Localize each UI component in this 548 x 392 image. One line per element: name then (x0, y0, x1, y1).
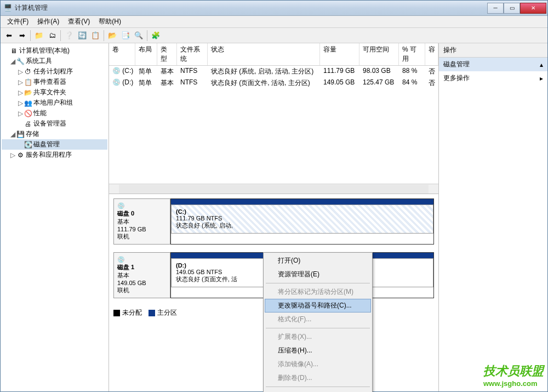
volume-row[interactable]: 💿 (D:)简单基本NTFS状态良好 (页面文件, 活动, 主分区)149.05… (109, 77, 438, 89)
menu-help[interactable]: 帮助(H) (94, 16, 125, 27)
col-status[interactable]: 状态 (208, 43, 320, 65)
tree-system-tools[interactable]: ◢🔧系统工具 (2, 56, 107, 66)
actions-diskmgmt[interactable]: 磁盘管理▴ (439, 58, 547, 71)
legend-unallocated: 未分配 (113, 308, 142, 317)
col-filesystem[interactable]: 文件系统 (177, 43, 208, 65)
col-layout[interactable]: 布局 (135, 43, 157, 65)
titlebar: 🖥️ 计算机管理 ─ ▭ ✕ (1, 1, 547, 16)
close-button[interactable]: ✕ (520, 3, 546, 14)
tb-icon[interactable]: 🔍 (133, 30, 145, 42)
partition[interactable]: (C:) 111.79 GB NTFS 状态良好 (系统, 启动, (171, 204, 433, 234)
col-free[interactable]: 可用空间 (359, 43, 399, 65)
ctx-properties[interactable]: 属性(P) (265, 389, 371, 392)
ctx-change-drive-letter[interactable]: 更改驱动器号和路径(C)... (265, 299, 371, 313)
tree-performance[interactable]: ▷🚫性能 (2, 108, 107, 118)
maximize-button[interactable]: ▭ (504, 3, 520, 14)
ctx-open[interactable]: 打开(O) (265, 254, 371, 268)
ctx-mirror: 添加镜像(A)... (265, 357, 371, 371)
volume-rows: 💿 (C:)简单基本NTFS状态良好 (系统, 启动, 活动, 主分区)111.… (109, 66, 438, 89)
horizontal-scrollbar[interactable] (109, 184, 438, 194)
separator (147, 30, 147, 41)
disk-row: 💿 磁盘 0 基本 111.79 GB 联机 (C:) 111.79 GB NT… (113, 198, 434, 245)
properties-button[interactable]: 🗂 (46, 30, 58, 42)
col-fault[interactable]: 容 (425, 43, 438, 65)
volume-header: 卷 布局 类型 文件系统 状态 容量 可用空间 % 可用 容 (109, 43, 438, 66)
separator (266, 328, 370, 328)
menu-action[interactable]: 操作(A) (33, 16, 64, 27)
minimize-button[interactable]: ─ (487, 3, 504, 14)
tree-services[interactable]: ▷⚙服务和应用程序 (2, 150, 107, 160)
disk-info[interactable]: 💿 磁盘 1 基本 149.05 GB 联机 (113, 252, 170, 298)
arrow-right-icon: ▸ (540, 75, 543, 82)
ctx-format: 格式化(F)... (265, 313, 371, 326)
help-button[interactable]: ❔ (63, 30, 75, 42)
disk-info[interactable]: 💿 磁盘 0 基本 111.79 GB 联机 (113, 198, 170, 245)
tb-icon[interactable]: 🧩 (150, 30, 162, 42)
refresh-button[interactable]: 🔄 (76, 30, 88, 42)
app-icon: 🖥️ (4, 4, 13, 13)
volume-row[interactable]: 💿 (C:)简单基本NTFS状态良好 (系统, 启动, 活动, 主分区)111.… (109, 66, 438, 77)
disk-map: (C:) 111.79 GB NTFS 状态良好 (系统, 启动, (170, 198, 434, 245)
menu-file[interactable]: 文件(F) (3, 16, 33, 27)
col-type[interactable]: 类型 (157, 43, 177, 65)
col-percent[interactable]: % 可用 (399, 43, 425, 65)
separator (60, 30, 61, 41)
tb-icon[interactable]: 📑 (119, 30, 132, 42)
window-buttons: ─ ▭ ✕ (487, 3, 546, 14)
window-title: 计算机管理 (15, 3, 487, 13)
menubar: 文件(F) 操作(A) 查看(V) 帮助(H) (1, 16, 547, 28)
separator (266, 387, 370, 387)
tree-device-manager[interactable]: 🖨设备管理器 (2, 118, 107, 129)
actions-header: 操作 (439, 43, 547, 58)
tree-event-viewer[interactable]: ▷📋事件查看器 (2, 77, 107, 87)
tree-local-users[interactable]: ▷👥本地用户和组 (2, 98, 107, 108)
col-volume[interactable]: 卷 (109, 43, 135, 65)
collapse-icon: ▴ (540, 61, 543, 69)
tree-storage[interactable]: ◢💾存储 (2, 129, 107, 139)
ctx-delete: 删除卷(D)... (265, 371, 371, 385)
ctx-shrink[interactable]: 压缩卷(H)... (265, 344, 371, 357)
tb-icon[interactable]: 📂 (106, 30, 118, 42)
separator (30, 30, 31, 41)
actions-panel: 操作 磁盘管理▴ 更多操作▸ (439, 43, 547, 391)
tree-task-scheduler[interactable]: ▷⏱任务计划程序 (2, 66, 107, 77)
col-capacity[interactable]: 容量 (320, 43, 359, 65)
menu-view[interactable]: 查看(V) (64, 16, 94, 27)
forward-button[interactable]: ➡ (16, 30, 28, 42)
volume-list: 卷 布局 类型 文件系统 状态 容量 可用空间 % 可用 容 💿 (C:)简单基… (109, 43, 438, 194)
separator (104, 30, 104, 41)
nav-tree: 🖥计算机管理(本地) ◢🔧系统工具 ▷⏱任务计划程序 ▷📋事件查看器 ▷📂共享文… (1, 43, 109, 391)
tree-root[interactable]: 🖥计算机管理(本地) (2, 46, 107, 56)
ctx-explorer[interactable]: 资源管理器(E) (265, 268, 371, 281)
actions-more[interactable]: 更多操作▸ (439, 71, 547, 85)
list-button[interactable]: 📋 (89, 30, 101, 42)
tree-disk-management[interactable]: 💽磁盘管理 (2, 139, 107, 150)
legend-primary: 主分区 (149, 308, 177, 317)
back-button[interactable]: ⬅ (3, 30, 15, 42)
toolbar: ⬅ ➡ 📁 🗂 ❔ 🔄 📋 📂 📑 🔍 🧩 (1, 28, 547, 43)
ctx-extend: 扩展卷(X)... (265, 330, 371, 344)
tree-shared-folders[interactable]: ▷📂共享文件夹 (2, 87, 107, 98)
up-button[interactable]: 📁 (33, 30, 45, 42)
context-menu: 打开(O) 资源管理器(E) 将分区标记为活动分区(M) 更改驱动器号和路径(C… (263, 252, 373, 392)
ctx-mark-active: 将分区标记为活动分区(M) (265, 285, 371, 299)
separator (266, 283, 370, 283)
